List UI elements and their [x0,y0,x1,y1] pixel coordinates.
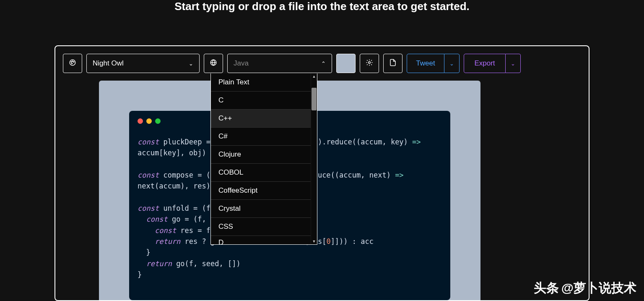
minimize-dot-icon [146,118,152,124]
language-option[interactable]: C# [211,128,311,146]
export-label: Export [474,59,495,68]
palette-icon [69,59,76,68]
page-headline: Start typing or drop a file into the tex… [0,0,644,13]
watermark-handle: @萝卜说技术 [561,280,636,297]
export-button-group: Export ⌄ [464,54,521,73]
gear-icon [366,59,373,68]
copy-button[interactable] [383,54,402,73]
scrollbar-thumb[interactable] [312,88,317,110]
tweet-button-group: Tweet ⌄ [407,54,460,73]
language-select-label: Java [234,59,249,68]
file-icon [389,59,397,68]
close-dot-icon [138,118,143,124]
theme-icon-button[interactable] [63,54,82,73]
export-button[interactable]: Export [464,54,506,73]
language-icon-button[interactable] [204,54,223,73]
language-option[interactable]: D [211,236,311,244]
editor-frame: Night Owl ⌄ Java ⌃ [55,45,589,301]
language-option[interactable]: Crystal [211,200,311,218]
maximize-dot-icon [155,118,161,124]
scroll-up-arrow-icon: ▲ [311,73,317,79]
language-option[interactable]: C++ [211,110,311,128]
chevron-up-icon: ⌃ [321,60,326,67]
chevron-down-icon: ⌄ [511,60,515,67]
settings-button[interactable] [360,54,379,73]
chevron-down-icon: ⌄ [189,60,193,67]
theme-select[interactable]: Night Owl ⌄ [86,54,200,73]
tweet-dropdown-toggle[interactable]: ⌄ [444,54,460,73]
svg-point-3 [73,62,74,63]
language-dropdown-list: Plain Text C C++ C# Clojure COBOL Coffee… [211,73,311,244]
watermark-brand: 头条 [534,280,559,297]
toolbar: Night Owl ⌄ Java ⌃ [63,54,581,73]
theme-select-label: Night Owl [93,59,124,68]
language-option[interactable]: C [211,92,311,110]
globe-icon [210,59,217,68]
language-option[interactable]: COBOL [211,164,311,182]
svg-point-6 [369,62,371,64]
language-option[interactable]: CSS [211,218,311,236]
chevron-down-icon: ⌄ [449,60,454,67]
svg-point-2 [72,61,73,62]
language-option[interactable]: Plain Text [211,73,311,92]
svg-point-1 [71,62,72,63]
dropdown-scrollbar[interactable]: ▲ ▼ [311,73,317,244]
background-color-swatch[interactable] [336,54,356,73]
export-dropdown-toggle[interactable]: ⌄ [506,54,521,73]
language-select[interactable]: Java ⌃ [227,54,332,73]
tweet-button[interactable]: Tweet [407,54,444,73]
watermark: 头条 @萝卜说技术 [534,280,636,297]
svg-point-4 [72,63,73,64]
language-option[interactable]: CoffeeScript [211,182,311,200]
tweet-label: Tweet [416,59,435,68]
language-dropdown: Plain Text C C++ C# Clojure COBOL Coffee… [210,73,317,245]
language-option[interactable]: Clojure [211,146,311,164]
scroll-down-arrow-icon: ▼ [311,238,317,244]
